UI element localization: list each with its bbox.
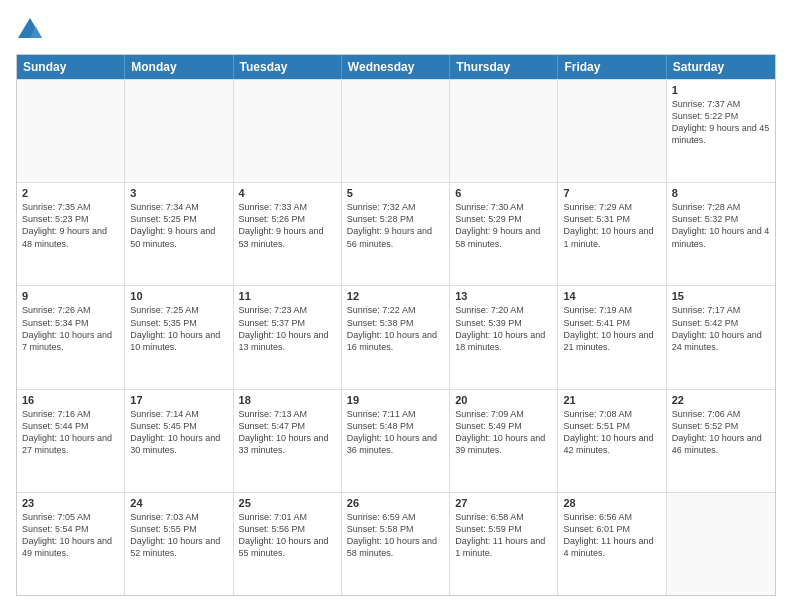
- day-header-tuesday: Tuesday: [234, 55, 342, 79]
- day-cell-28: 28Sunrise: 6:56 AM Sunset: 6:01 PM Dayli…: [558, 493, 666, 595]
- logo-icon: [16, 16, 44, 44]
- day-number: 27: [455, 497, 552, 509]
- day-info: Sunrise: 7:33 AM Sunset: 5:26 PM Dayligh…: [239, 201, 336, 250]
- day-number: 20: [455, 394, 552, 406]
- day-number: 1: [672, 84, 770, 96]
- day-info: Sunrise: 7:06 AM Sunset: 5:52 PM Dayligh…: [672, 408, 770, 457]
- day-info: Sunrise: 7:29 AM Sunset: 5:31 PM Dayligh…: [563, 201, 660, 250]
- day-info: Sunrise: 6:59 AM Sunset: 5:58 PM Dayligh…: [347, 511, 444, 560]
- day-number: 11: [239, 290, 336, 302]
- day-info: Sunrise: 7:22 AM Sunset: 5:38 PM Dayligh…: [347, 304, 444, 353]
- week-row-3: 16Sunrise: 7:16 AM Sunset: 5:44 PM Dayli…: [17, 389, 775, 492]
- day-cell-4: 4Sunrise: 7:33 AM Sunset: 5:26 PM Daylig…: [234, 183, 342, 285]
- day-number: 16: [22, 394, 119, 406]
- day-cell-8: 8Sunrise: 7:28 AM Sunset: 5:32 PM Daylig…: [667, 183, 775, 285]
- day-cell-18: 18Sunrise: 7:13 AM Sunset: 5:47 PM Dayli…: [234, 390, 342, 492]
- day-header-saturday: Saturday: [667, 55, 775, 79]
- week-row-0: 1Sunrise: 7:37 AM Sunset: 5:22 PM Daylig…: [17, 79, 775, 182]
- day-cell-9: 9Sunrise: 7:26 AM Sunset: 5:34 PM Daylig…: [17, 286, 125, 388]
- day-cell-12: 12Sunrise: 7:22 AM Sunset: 5:38 PM Dayli…: [342, 286, 450, 388]
- day-cell-22: 22Sunrise: 7:06 AM Sunset: 5:52 PM Dayli…: [667, 390, 775, 492]
- logo: [16, 16, 48, 44]
- day-cell-empty: [558, 80, 666, 182]
- day-info: Sunrise: 7:19 AM Sunset: 5:41 PM Dayligh…: [563, 304, 660, 353]
- day-number: 23: [22, 497, 119, 509]
- week-row-4: 23Sunrise: 7:05 AM Sunset: 5:54 PM Dayli…: [17, 492, 775, 595]
- day-info: Sunrise: 6:58 AM Sunset: 5:59 PM Dayligh…: [455, 511, 552, 560]
- day-cell-5: 5Sunrise: 7:32 AM Sunset: 5:28 PM Daylig…: [342, 183, 450, 285]
- day-cell-6: 6Sunrise: 7:30 AM Sunset: 5:29 PM Daylig…: [450, 183, 558, 285]
- day-number: 17: [130, 394, 227, 406]
- day-number: 21: [563, 394, 660, 406]
- day-number: 25: [239, 497, 336, 509]
- day-info: Sunrise: 7:05 AM Sunset: 5:54 PM Dayligh…: [22, 511, 119, 560]
- day-info: Sunrise: 7:28 AM Sunset: 5:32 PM Dayligh…: [672, 201, 770, 250]
- day-info: Sunrise: 7:08 AM Sunset: 5:51 PM Dayligh…: [563, 408, 660, 457]
- day-cell-empty: [450, 80, 558, 182]
- day-info: Sunrise: 7:30 AM Sunset: 5:29 PM Dayligh…: [455, 201, 552, 250]
- day-cell-10: 10Sunrise: 7:25 AM Sunset: 5:35 PM Dayli…: [125, 286, 233, 388]
- day-info: Sunrise: 6:56 AM Sunset: 6:01 PM Dayligh…: [563, 511, 660, 560]
- day-number: 4: [239, 187, 336, 199]
- day-cell-20: 20Sunrise: 7:09 AM Sunset: 5:49 PM Dayli…: [450, 390, 558, 492]
- day-info: Sunrise: 7:37 AM Sunset: 5:22 PM Dayligh…: [672, 98, 770, 147]
- day-number: 6: [455, 187, 552, 199]
- day-info: Sunrise: 7:09 AM Sunset: 5:49 PM Dayligh…: [455, 408, 552, 457]
- day-number: 3: [130, 187, 227, 199]
- day-cell-11: 11Sunrise: 7:23 AM Sunset: 5:37 PM Dayli…: [234, 286, 342, 388]
- day-cell-24: 24Sunrise: 7:03 AM Sunset: 5:55 PM Dayli…: [125, 493, 233, 595]
- day-info: Sunrise: 7:26 AM Sunset: 5:34 PM Dayligh…: [22, 304, 119, 353]
- day-cell-27: 27Sunrise: 6:58 AM Sunset: 5:59 PM Dayli…: [450, 493, 558, 595]
- day-cell-17: 17Sunrise: 7:14 AM Sunset: 5:45 PM Dayli…: [125, 390, 233, 492]
- day-number: 12: [347, 290, 444, 302]
- day-cell-23: 23Sunrise: 7:05 AM Sunset: 5:54 PM Dayli…: [17, 493, 125, 595]
- day-cell-3: 3Sunrise: 7:34 AM Sunset: 5:25 PM Daylig…: [125, 183, 233, 285]
- day-info: Sunrise: 7:32 AM Sunset: 5:28 PM Dayligh…: [347, 201, 444, 250]
- day-info: Sunrise: 7:16 AM Sunset: 5:44 PM Dayligh…: [22, 408, 119, 457]
- calendar-body: 1Sunrise: 7:37 AM Sunset: 5:22 PM Daylig…: [17, 79, 775, 595]
- day-cell-26: 26Sunrise: 6:59 AM Sunset: 5:58 PM Dayli…: [342, 493, 450, 595]
- day-number: 5: [347, 187, 444, 199]
- day-number: 15: [672, 290, 770, 302]
- day-cell-empty: [234, 80, 342, 182]
- day-header-wednesday: Wednesday: [342, 55, 450, 79]
- day-number: 22: [672, 394, 770, 406]
- day-number: 7: [563, 187, 660, 199]
- day-cell-empty: [667, 493, 775, 595]
- day-info: Sunrise: 7:25 AM Sunset: 5:35 PM Dayligh…: [130, 304, 227, 353]
- day-cell-21: 21Sunrise: 7:08 AM Sunset: 5:51 PM Dayli…: [558, 390, 666, 492]
- day-cell-15: 15Sunrise: 7:17 AM Sunset: 5:42 PM Dayli…: [667, 286, 775, 388]
- day-number: 2: [22, 187, 119, 199]
- day-info: Sunrise: 7:20 AM Sunset: 5:39 PM Dayligh…: [455, 304, 552, 353]
- day-cell-empty: [17, 80, 125, 182]
- day-info: Sunrise: 7:01 AM Sunset: 5:56 PM Dayligh…: [239, 511, 336, 560]
- page: SundayMondayTuesdayWednesdayThursdayFrid…: [0, 0, 792, 612]
- day-cell-7: 7Sunrise: 7:29 AM Sunset: 5:31 PM Daylig…: [558, 183, 666, 285]
- day-number: 19: [347, 394, 444, 406]
- day-cell-13: 13Sunrise: 7:20 AM Sunset: 5:39 PM Dayli…: [450, 286, 558, 388]
- day-number: 24: [130, 497, 227, 509]
- day-cell-empty: [125, 80, 233, 182]
- day-header-thursday: Thursday: [450, 55, 558, 79]
- day-cell-empty: [342, 80, 450, 182]
- day-info: Sunrise: 7:34 AM Sunset: 5:25 PM Dayligh…: [130, 201, 227, 250]
- day-cell-25: 25Sunrise: 7:01 AM Sunset: 5:56 PM Dayli…: [234, 493, 342, 595]
- day-cell-19: 19Sunrise: 7:11 AM Sunset: 5:48 PM Dayli…: [342, 390, 450, 492]
- day-info: Sunrise: 7:13 AM Sunset: 5:47 PM Dayligh…: [239, 408, 336, 457]
- day-info: Sunrise: 7:17 AM Sunset: 5:42 PM Dayligh…: [672, 304, 770, 353]
- week-row-2: 9Sunrise: 7:26 AM Sunset: 5:34 PM Daylig…: [17, 285, 775, 388]
- day-cell-1: 1Sunrise: 7:37 AM Sunset: 5:22 PM Daylig…: [667, 80, 775, 182]
- week-row-1: 2Sunrise: 7:35 AM Sunset: 5:23 PM Daylig…: [17, 182, 775, 285]
- day-number: 8: [672, 187, 770, 199]
- day-header-sunday: Sunday: [17, 55, 125, 79]
- header: [16, 16, 776, 44]
- day-cell-16: 16Sunrise: 7:16 AM Sunset: 5:44 PM Dayli…: [17, 390, 125, 492]
- day-header-monday: Monday: [125, 55, 233, 79]
- calendar: SundayMondayTuesdayWednesdayThursdayFrid…: [16, 54, 776, 596]
- day-number: 9: [22, 290, 119, 302]
- day-number: 13: [455, 290, 552, 302]
- day-cell-2: 2Sunrise: 7:35 AM Sunset: 5:23 PM Daylig…: [17, 183, 125, 285]
- day-number: 28: [563, 497, 660, 509]
- day-info: Sunrise: 7:35 AM Sunset: 5:23 PM Dayligh…: [22, 201, 119, 250]
- day-info: Sunrise: 7:03 AM Sunset: 5:55 PM Dayligh…: [130, 511, 227, 560]
